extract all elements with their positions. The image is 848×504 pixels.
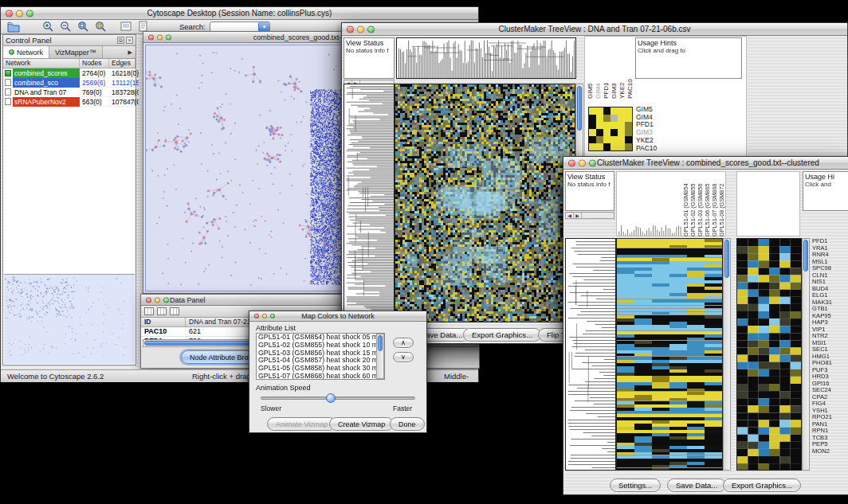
tv2-gene-labels: PFD1YRA1RNR4MSL1SPC98CLN1NIS1BUD4ELG1MAK… (812, 238, 848, 463)
row-dendrogram-canvas[interactable] (344, 84, 394, 322)
secondary-heatmap-canvas[interactable] (737, 239, 801, 470)
attribute-list-item[interactable]: GPL51-07 (GSM868) heat shock 60 min (257, 373, 384, 380)
tab-network[interactable]: Network (3, 46, 49, 58)
scroll-thumb[interactable] (803, 240, 808, 272)
network-table-body: combined_scores2764(0)16218(0)combined_s… (3, 68, 135, 107)
column-dendrogram-canvas[interactable] (617, 172, 682, 236)
gene-label: PAC10 (636, 145, 684, 153)
zoom-fit-icon[interactable] (77, 21, 90, 33)
animation-speed-slider[interactable] (261, 397, 415, 400)
move-up-button[interactable]: ∧ (393, 338, 414, 348)
window-controls (568, 159, 596, 166)
row-dendrogram[interactable] (344, 84, 395, 322)
scroll-thumb[interactable] (378, 335, 383, 351)
select-attributes-icon[interactable] (144, 307, 154, 315)
scroll-left-icon[interactable]: ◀ (566, 213, 574, 218)
close-icon[interactable] (148, 34, 154, 40)
scroll-thumb[interactable] (577, 86, 582, 131)
header-id[interactable]: ID (141, 318, 186, 326)
status-welcome: Welcome to Cytoscape 2.6.2 (7, 372, 104, 381)
slider-thumb[interactable] (326, 393, 336, 403)
close-icon[interactable] (146, 297, 151, 303)
minimize-icon[interactable] (16, 10, 23, 17)
minimize-icon[interactable] (357, 25, 364, 33)
secondary-heatmap[interactable] (736, 238, 802, 471)
zoom-window-icon[interactable] (166, 34, 171, 40)
heatmap-canvas[interactable] (617, 239, 722, 470)
network-list-row[interactable]: combined_scores2764(0)16218(0) (3, 68, 135, 78)
create-vizmap-button[interactable]: Create Vizmap (329, 417, 394, 431)
btn-export-graphics[interactable]: Export Graphics... (463, 328, 541, 342)
network-document-icon (5, 79, 11, 86)
column-dendrogram-canvas[interactable] (397, 38, 575, 78)
zoom-window-icon[interactable] (26, 10, 33, 17)
treeview-combined-titlebar[interactable]: ClusterMaker TreeView : combined_scores_… (563, 157, 848, 170)
zoom-window-icon[interactable] (367, 25, 375, 33)
tv1-col-labels: GIM5GIM4PFD1GIM3YKE2PAC10 (587, 38, 634, 99)
header-network[interactable]: Network (3, 59, 80, 68)
view-status-scrollbar[interactable]: ◀ ▶ (565, 212, 614, 219)
create-attribute-icon[interactable] (157, 307, 167, 315)
network-overview[interactable] (4, 274, 135, 364)
close-icon[interactable] (254, 314, 259, 318)
network-edges: 13112(15) (109, 79, 139, 87)
float-panel-icon[interactable]: ⧉ (117, 37, 124, 44)
zoom-window-icon[interactable] (163, 297, 169, 303)
minimize-icon[interactable] (262, 314, 267, 318)
snapshot-icon[interactable] (120, 21, 133, 33)
zoom-window-icon[interactable] (270, 314, 275, 318)
scroll-right-icon[interactable]: ▶ (574, 213, 582, 218)
heatmap-vscrollbar[interactable] (723, 238, 731, 471)
open-session-icon[interactable] (7, 21, 20, 33)
network-list-row[interactable]: DNA and Tran 07769(0)183728(0) (3, 88, 135, 97)
secondary-vscrollbar[interactable] (802, 238, 810, 471)
map-colors-dialog: Map Colors to Network Attribute List GPL… (249, 311, 427, 433)
zoom-in-icon[interactable] (42, 21, 55, 33)
column-label: GPL51-06 (GSM865 (704, 173, 711, 236)
column-dendrogram[interactable] (396, 37, 576, 79)
close-icon[interactable] (6, 10, 13, 17)
network-list-row[interactable]: combined_sco2569(6)13112(15) (3, 78, 135, 88)
tab-overflow-icon[interactable]: ▶ (125, 49, 135, 56)
zoom-window-icon[interactable] (589, 159, 596, 166)
main-titlebar[interactable]: Cytoscape Desktop (Session Name: collins… (1, 7, 478, 20)
faster-label: Faster (393, 404, 412, 412)
summary-heatmap-canvas[interactable] (589, 107, 632, 150)
attribute-list[interactable]: GPL51-01 (GSM854) heat shock 05 minGPL51… (256, 333, 385, 380)
network-folder-icon (5, 70, 11, 76)
heatmap[interactable] (395, 84, 575, 322)
tab-vizmapper[interactable]: VizMapper™ (49, 46, 103, 58)
heatmap[interactable] (616, 238, 723, 471)
summary-heatmap[interactable] (588, 107, 633, 151)
treeview-dna-titlebar[interactable]: ClusterMaker TreeView : DNA and Tran 07-… (342, 23, 847, 36)
btn-settings[interactable]: Settings... (610, 479, 661, 492)
row-dendrogram-canvas[interactable] (566, 239, 615, 470)
dialog-titlebar[interactable]: Map Colors to Network (249, 311, 426, 322)
column-label: GIM5 (587, 38, 595, 99)
close-icon[interactable] (347, 25, 354, 33)
attribute-matrix-icon[interactable] (170, 307, 179, 315)
header-nodes[interactable]: Nodes (80, 59, 109, 68)
close-icon[interactable] (568, 159, 575, 166)
done-button[interactable]: Done (390, 417, 425, 431)
usage-hints-panel: Usage Hi Click and (803, 171, 848, 211)
row-dendrogram[interactable] (565, 238, 616, 471)
dialog-title: Map Colors to Network (301, 312, 375, 320)
header-edges[interactable]: Edges (109, 59, 135, 68)
heatmap-canvas[interactable] (395, 84, 575, 322)
scroll-thumb[interactable] (724, 240, 729, 278)
search-label: Search: (179, 22, 206, 31)
minimize-icon[interactable] (157, 34, 163, 40)
close-panel-icon[interactable]: × (126, 37, 133, 44)
btn-save-data[interactable]: Save Data... (667, 479, 726, 492)
zoom-out-icon[interactable] (60, 21, 73, 33)
zoom-selected-icon[interactable] (95, 21, 108, 33)
move-down-button[interactable]: ∨ (393, 352, 414, 362)
network-list-row[interactable]: sRNAPuberNov2563(0)107847(0) (3, 97, 135, 107)
attribute-list-scrollbar[interactable] (376, 334, 384, 379)
minimize-icon[interactable] (155, 297, 160, 303)
btn-export-graphics[interactable]: Export Graphics... (723, 479, 801, 492)
network-overview-canvas[interactable] (4, 275, 133, 363)
window-controls (6, 10, 33, 17)
minimize-icon[interactable] (579, 159, 586, 166)
